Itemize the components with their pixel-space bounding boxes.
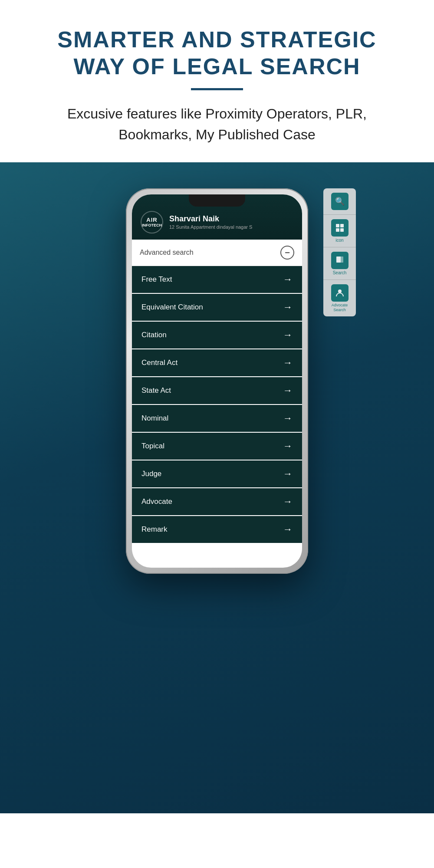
menu-item-advocate[interactable]: Advocate →	[132, 488, 302, 516]
arrow-icon-equivalent-citation: →	[283, 302, 293, 313]
menu-item-judge[interactable]: Judge →	[132, 460, 302, 488]
arrow-icon-nominal: →	[283, 413, 293, 424]
right-advocate-label: Advocate Search	[327, 303, 352, 312]
main-title: SMARTER AND STRATEGIC WAY OF LEGAL SEARC…	[17, 26, 417, 80]
menu-label-nominal: Nominal	[141, 414, 168, 423]
grid-icon	[335, 223, 345, 233]
menu-label-remark: Remark	[141, 525, 168, 534]
svg-rect-2	[336, 228, 339, 232]
menu-item-topical[interactable]: Topical →	[132, 433, 302, 460]
logo-air-text: AIR	[142, 217, 162, 224]
menu-item-state-act[interactable]: State Act →	[132, 377, 302, 405]
arrow-icon-citation: →	[283, 329, 293, 341]
advanced-search-bar[interactable]: Advanced search −	[132, 240, 302, 266]
right-panel-icon2: Search	[323, 247, 356, 280]
menu-label-citation: Citation	[141, 331, 167, 339]
menu-item-nominal[interactable]: Nominal →	[132, 405, 302, 433]
arrow-icon-advocate: →	[283, 496, 293, 507]
person-icon	[335, 288, 345, 298]
menu-label-state-act: State Act	[141, 386, 171, 395]
right-panel-search: 🔍	[323, 188, 356, 215]
right-grid-icon-box	[331, 219, 349, 237]
document-icon	[335, 256, 345, 265]
user-address: 12 Sunita Appartment dindayal nagar S	[169, 224, 293, 230]
user-info: Sharvari Naik 12 Sunita Appartment dinda…	[169, 214, 293, 230]
menu-list: Free Text → Equivalent Citation → Citati…	[132, 266, 302, 543]
svg-rect-1	[340, 224, 344, 227]
phone-inner: AIR INFOTECH Sharvari Naik 12 Sunita App…	[132, 194, 302, 568]
arrow-icon-judge: →	[283, 468, 293, 480]
menu-label-central-act: Central Act	[141, 358, 178, 367]
right-panel-advocate: Advocate Search	[323, 280, 356, 317]
logo: AIR INFOTECH	[141, 211, 163, 233]
right-icon1-label: icon	[335, 238, 343, 243]
user-name: Sharvari Naik	[169, 214, 293, 224]
menu-label-judge: Judge	[141, 470, 161, 478]
arrow-icon-central-act: →	[283, 357, 293, 368]
minus-button[interactable]: −	[280, 246, 294, 260]
menu-item-free-text[interactable]: Free Text →	[132, 266, 302, 294]
menu-item-equivalent-citation[interactable]: Equivalent Citation →	[132, 294, 302, 322]
right-search2-icon-box	[331, 252, 349, 269]
advanced-search-label: Advanced search	[140, 249, 194, 256]
menu-label-free-text: Free Text	[141, 275, 172, 284]
menu-item-central-act[interactable]: Central Act →	[132, 349, 302, 377]
title-underline	[191, 88, 243, 90]
menu-label-advocate: Advocate	[141, 497, 172, 506]
svg-rect-0	[336, 224, 339, 227]
right-panel-icon1: icon	[323, 215, 356, 247]
arrow-icon-topical: →	[283, 441, 293, 452]
logo-infotech-text: INFOTECH	[142, 223, 162, 228]
arrow-icon-state-act: →	[283, 385, 293, 396]
svg-rect-3	[340, 228, 344, 232]
menu-label-equivalent-citation: Equivalent Citation	[141, 303, 203, 312]
menu-item-citation[interactable]: Citation →	[132, 322, 302, 349]
phone-section: AIR INFOTECH Sharvari Naik 12 Sunita App…	[0, 162, 434, 813]
menu-label-topical: Topical	[141, 442, 164, 450]
search-icon: 🔍	[335, 197, 345, 206]
arrow-icon-remark: →	[283, 524, 293, 535]
svg-rect-5	[339, 256, 343, 263]
svg-point-6	[338, 289, 342, 293]
top-section: SMARTER AND STRATEGIC WAY OF LEGAL SEARC…	[0, 0, 434, 145]
phone-outer: AIR INFOTECH Sharvari Naik 12 Sunita App…	[126, 188, 308, 574]
right-panel: 🔍 icon Search	[323, 188, 356, 317]
right-icon2-label: Search	[333, 270, 347, 275]
subtitle: Excusive features like Proximity Operato…	[48, 103, 386, 145]
right-advocate-icon-box	[331, 284, 349, 302]
phone-notch	[189, 194, 245, 207]
arrow-icon-free-text: →	[283, 274, 293, 285]
right-search-icon-box: 🔍	[331, 193, 349, 210]
menu-item-remark[interactable]: Remark →	[132, 516, 302, 543]
